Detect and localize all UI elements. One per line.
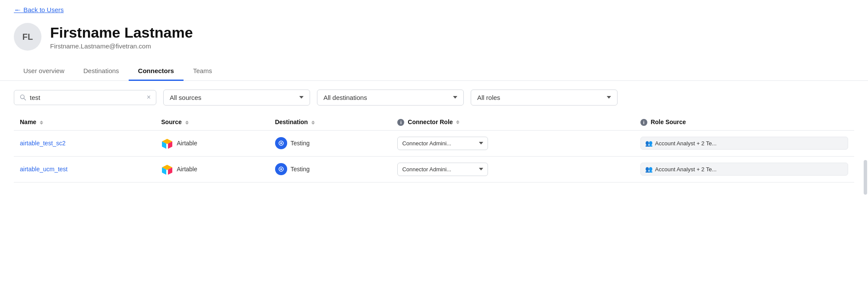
col-role-source: i Role Source <box>634 114 854 131</box>
airtable-source-icon <box>161 163 173 175</box>
roles-chevron-icon <box>607 96 611 99</box>
tab-connectors[interactable]: Connectors <box>129 62 184 81</box>
row-name-cell: airtable_test_sc2 <box>14 130 155 156</box>
role-source-value: Account Analyst + 2 Te... <box>655 140 717 147</box>
row-name-cell: airtable_ucm_test <box>14 156 155 182</box>
role-source-badge: 👥 Account Analyst + 2 Te... <box>640 137 848 150</box>
connector-link[interactable]: airtable_ucm_test <box>20 166 68 173</box>
search-input[interactable] <box>30 94 143 101</box>
connector-role-chevron-icon <box>479 142 483 144</box>
destinations-chevron-icon <box>453 96 457 99</box>
source-sort-icon[interactable] <box>185 121 189 125</box>
search-clear-button[interactable]: × <box>147 94 151 101</box>
destinations-dropdown[interactable]: All destinations <box>317 90 464 106</box>
filters-bar: × All sources All destinations All roles <box>0 81 868 114</box>
svg-line-1 <box>24 98 25 100</box>
sources-chevron-icon <box>299 96 304 99</box>
col-source: Source <box>155 114 269 131</box>
svg-point-0 <box>20 95 24 99</box>
destination-icon <box>275 163 287 175</box>
connectors-table-wrapper: Name Source Destinat <box>0 114 868 183</box>
back-to-users-link[interactable]: ← ← Back to Users <box>0 0 868 19</box>
people-icon: 👥 <box>645 140 653 147</box>
search-box[interactable]: × <box>14 90 156 105</box>
row-destination-cell: Testing <box>269 156 392 182</box>
role-source-badge: 👥 Account Analyst + 2 Te... <box>640 163 848 176</box>
svg-point-6 <box>280 142 282 144</box>
connector-role-sort-icon[interactable] <box>456 120 459 124</box>
avatar: FL <box>14 23 41 51</box>
tab-user-overview[interactable]: User overview <box>14 62 74 81</box>
table-row: airtable_ucm_test Airtable <box>14 156 854 182</box>
connector-role-chevron-icon <box>479 168 483 170</box>
tab-teams[interactable]: Teams <box>184 62 222 81</box>
col-name: Name <box>14 114 155 131</box>
row-source-cell: Airtable <box>155 130 269 156</box>
roles-dropdown-label: All roles <box>477 94 500 101</box>
destination-name: Testing <box>291 140 310 147</box>
row-destination-cell: Testing <box>269 130 392 156</box>
table-row: airtable_test_sc2 Airtable <box>14 130 854 156</box>
destination-icon <box>275 137 287 149</box>
tabs-bar: User overview Destinations Connectors Te… <box>0 62 868 81</box>
scrollbar[interactable] <box>864 160 867 195</box>
connector-role-dropdown[interactable]: Connector Admini... <box>397 163 488 176</box>
connector-link[interactable]: airtable_test_sc2 <box>20 140 66 147</box>
people-icon: 👥 <box>645 166 653 173</box>
row-role-source-cell: 👥 Account Analyst + 2 Te... <box>634 156 854 182</box>
sources-dropdown[interactable]: All sources <box>163 90 310 106</box>
user-header: FL Firstname Lastname Firstname.Lastname… <box>0 19 868 58</box>
name-sort-icon[interactable] <box>40 121 43 125</box>
col-connector-role: i Connector Role <box>391 114 634 131</box>
connector-role-dropdown[interactable]: Connector Admini... <box>397 137 488 150</box>
svg-point-11 <box>280 168 282 170</box>
destinations-dropdown-label: All destinations <box>323 94 367 101</box>
sources-dropdown-label: All sources <box>170 94 201 101</box>
connector-role-info-icon: i <box>397 119 404 126</box>
airtable-source-icon <box>161 137 173 149</box>
user-email: Firstname.Lastname@fivetran.com <box>50 42 193 50</box>
connectors-table: Name Source Destinat <box>14 114 854 183</box>
row-source-cell: Airtable <box>155 156 269 182</box>
source-name: Airtable <box>177 140 197 147</box>
role-source-info-icon: i <box>640 119 647 126</box>
user-info: Firstname Lastname Firstname.Lastname@fi… <box>50 24 193 50</box>
tab-destinations[interactable]: Destinations <box>74 62 129 81</box>
destination-name: Testing <box>291 166 310 173</box>
user-full-name: Firstname Lastname <box>50 24 193 42</box>
row-connector-role-cell: Connector Admini... <box>391 156 634 182</box>
roles-dropdown[interactable]: All roles <box>471 90 618 106</box>
source-name: Airtable <box>177 166 197 173</box>
connector-role-value: Connector Admini... <box>402 166 451 173</box>
row-role-source-cell: 👥 Account Analyst + 2 Te... <box>634 130 854 156</box>
row-connector-role-cell: Connector Admini... <box>391 130 634 156</box>
connector-role-value: Connector Admini... <box>402 140 451 147</box>
col-destination: Destination <box>269 114 392 131</box>
back-to-users-label: ← Back to Users <box>15 6 64 13</box>
role-source-value: Account Analyst + 2 Te... <box>655 166 717 173</box>
destination-sort-icon[interactable] <box>311 121 315 125</box>
search-icon <box>19 94 26 101</box>
